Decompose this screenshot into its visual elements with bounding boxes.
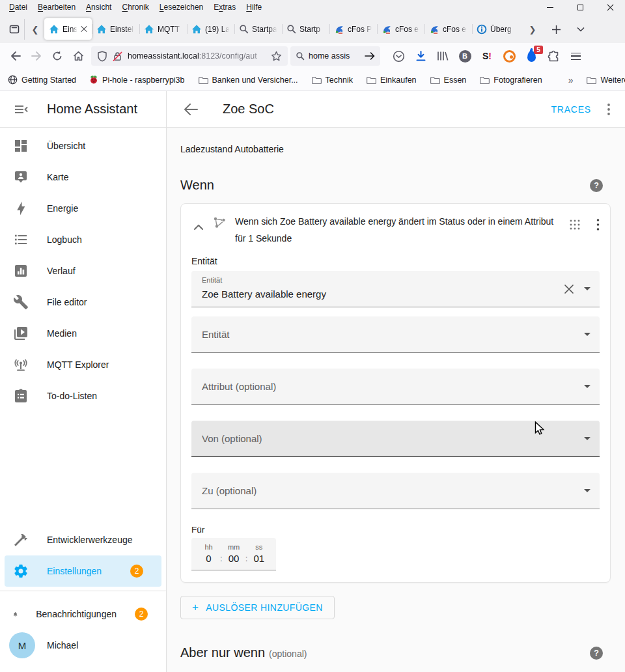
sidebar-toggle-icon[interactable] <box>13 102 29 117</box>
bookmark-weitere-lesezeichen[interactable]: Weitere Lesezeichen <box>586 75 625 85</box>
list-all-tabs-button[interactable] <box>572 19 590 40</box>
extensions-button[interactable] <box>543 46 564 66</box>
attribute-picker[interactable]: Attribut (optional) <box>191 369 600 405</box>
navigation-toolbar: homeassistant.local:8123/config/aut home… <box>0 43 625 69</box>
close-button[interactable] <box>595 0 625 14</box>
reload-button[interactable] <box>47 46 68 66</box>
seconds-value[interactable]: 01 <box>253 553 264 564</box>
bookmark-folder-fotografieren[interactable]: Fotografieren <box>479 75 542 85</box>
back-button[interactable] <box>5 46 26 66</box>
app-menu-button[interactable] <box>565 46 586 66</box>
sidebar-item-uebersicht[interactable]: Übersicht <box>0 130 166 161</box>
to-picker[interactable]: Zu (optional) <box>191 473 600 509</box>
tab-label: Überg <box>490 25 515 34</box>
collapse-chevron-icon[interactable] <box>191 220 206 234</box>
sidebar-item-karte[interactable]: Karte <box>0 161 166 193</box>
scroll-tabs-right-button[interactable]: ❯ <box>523 19 542 40</box>
forward-button[interactable] <box>26 46 47 66</box>
notification-count-badge: 5 <box>534 46 543 54</box>
maximize-button[interactable] <box>565 0 595 14</box>
bookmark-getting-started[interactable]: Getting Started <box>8 75 76 85</box>
sidebar-item-entwicklerwerkzeuge[interactable]: Entwicklerwerkzeuge <box>0 524 166 555</box>
duration-picker[interactable]: hh 0 : mm 00 : ss 01 <box>191 538 276 570</box>
scroll-tabs-left-button[interactable]: ❮ <box>26 19 44 40</box>
sidebar-item-energie[interactable]: Energie <box>0 193 166 224</box>
back-arrow-icon[interactable] <box>184 104 198 115</box>
page-title: Zoe SoC <box>223 102 274 117</box>
menu-datei[interactable]: Datei <box>4 1 33 13</box>
tab-ueberg[interactable]: Überg <box>472 18 520 40</box>
sidebar-item-einstellungen[interactable]: Einstellungen 2 <box>5 555 161 587</box>
menu-chronik[interactable]: Chronik <box>117 1 154 13</box>
tab-cfos-2[interactable]: cFos e <box>377 18 424 40</box>
kebab-menu-icon[interactable] <box>607 102 611 117</box>
clear-icon[interactable] <box>564 284 574 294</box>
tab-cfos-3[interactable]: cFos e <box>424 18 472 40</box>
search-bar[interactable]: home assis <box>290 46 380 66</box>
dropdown-caret-icon[interactable] <box>584 489 590 492</box>
trigger-kebab-icon[interactable] <box>596 218 600 231</box>
tab-startpage-2[interactable]: Startp <box>282 18 329 40</box>
sidebar-item-benachrichtigungen[interactable]: Benachrichtigungen 2 <box>0 598 166 630</box>
bookmark-folder-einkaufen[interactable]: Einkaufen <box>366 75 417 85</box>
app-title: Home Assistant <box>47 102 137 117</box>
help-icon[interactable]: ? <box>590 179 603 192</box>
new-tab-button[interactable] <box>547 19 565 40</box>
pocket-button[interactable] <box>388 46 409 66</box>
tab-startpage-1[interactable]: Startpa <box>234 18 282 40</box>
search-go-icon[interactable] <box>365 52 375 60</box>
tab-einstellungen-active[interactable]: Eins <box>44 18 92 40</box>
library-button[interactable] <box>432 46 453 66</box>
tab-19-la[interactable]: (19) La <box>187 18 234 40</box>
dropdown-caret-icon[interactable] <box>584 287 590 290</box>
minimize-button[interactable] <box>535 0 565 14</box>
dropdown-caret-icon[interactable] <box>584 333 590 336</box>
drop-extension-button[interactable]: 5 <box>521 46 542 66</box>
bookmark-folder-technik[interactable]: Technik <box>311 75 353 85</box>
entity-picker-filled[interactable]: Entität Zoe Battery available energy <box>191 271 600 307</box>
bookmarks-overflow-chevron[interactable]: » <box>568 75 574 85</box>
bitwarden-button[interactable]: B <box>454 46 475 66</box>
menu-bearbeiten[interactable]: Bearbeiten <box>33 1 81 13</box>
bookmark-folder-banken[interactable]: Banken und Versicher... <box>198 75 298 85</box>
downloads-button[interactable] <box>410 46 431 66</box>
sidebar-item-mqtt-explorer[interactable]: MQTT Explorer <box>0 349 166 380</box>
bookmark-folder-essen[interactable]: Essen <box>430 75 467 85</box>
traces-button[interactable]: TRACES <box>551 104 591 115</box>
bookmark-star-icon[interactable] <box>271 51 282 61</box>
drag-handle-icon[interactable] <box>569 219 581 231</box>
tab-einstellungen2[interactable]: Einstel <box>92 18 139 40</box>
entity-picker-empty[interactable]: Entität <box>191 316 600 353</box>
sidebar-item-verlauf[interactable]: Verlauf <box>0 255 166 287</box>
firefox-view-icon <box>9 24 20 35</box>
sidebar-item-user[interactable]: M Michael <box>0 630 166 661</box>
sidebar-item-label: File editor <box>47 297 87 307</box>
sidebar-item-medien[interactable]: Medien <box>0 318 166 349</box>
folder-icon <box>430 75 440 85</box>
sidebar-item-todo-listen[interactable]: To-do-Listen <box>0 380 166 412</box>
firefox-view-button[interactable] <box>4 19 25 40</box>
menu-lesezeichen[interactable]: Lesezeichen <box>154 1 208 13</box>
dropdown-caret-icon[interactable] <box>584 385 590 388</box>
url-bar[interactable]: homeassistant.local:8123/config/aut <box>91 46 288 66</box>
hours-value[interactable]: 0 <box>206 553 211 564</box>
privacy-extension-button[interactable] <box>499 46 520 66</box>
sidebar-item-logbuch[interactable]: Logbuch <box>0 224 166 255</box>
dropdown-caret-icon[interactable] <box>584 437 590 440</box>
home-button[interactable] <box>68 46 89 66</box>
menu-hilfe[interactable]: Hilfe <box>241 1 267 13</box>
stylish-button[interactable]: S! <box>477 46 497 66</box>
tab-cfos-1[interactable]: cFos P <box>329 18 377 40</box>
tab-label: Eins <box>62 25 77 34</box>
bookmark-label: Technik <box>326 76 353 85</box>
tab-mqtt[interactable]: MQTT <box>139 18 187 40</box>
help-icon[interactable]: ? <box>590 647 603 660</box>
bookmark-pihole[interactable]: Pi-hole - raspberrypi3b <box>89 75 184 85</box>
menu-ansicht[interactable]: Ansicht <box>81 1 117 13</box>
sidebar-item-file-editor[interactable]: File editor <box>0 287 166 318</box>
add-trigger-button[interactable]: + AUSLÖSER HINZUFÜGEN <box>180 596 335 619</box>
tab-close-icon[interactable] <box>81 26 87 33</box>
minutes-value[interactable]: 00 <box>229 553 240 564</box>
menu-extras[interactable]: Extras <box>208 1 241 13</box>
trigger-card-header: Wenn sich Zoe Battery available energy ä… <box>191 213 600 247</box>
